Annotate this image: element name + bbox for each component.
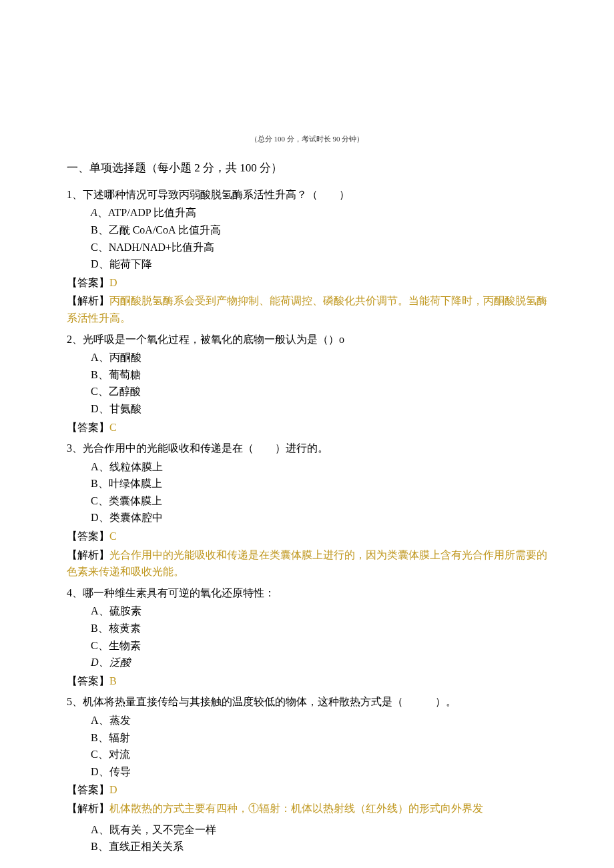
q1-option-b: B、乙酰 CoA/CoA 比值升高 bbox=[91, 222, 547, 239]
section-title: 一、单项选择题（每小题 2 分，共 100 分） bbox=[67, 159, 547, 177]
q5-option-b: B、辐射 bbox=[91, 729, 547, 747]
exam-meta: （总分 100 分，考试时长 90 分钟） bbox=[67, 133, 547, 145]
q1-answer: 【答案】D bbox=[67, 274, 547, 292]
q4-option-d: D、泛酸 bbox=[91, 654, 547, 671]
q3-option-a: A、线粒体膜上 bbox=[91, 458, 547, 476]
q4-answer: 【答案】B bbox=[67, 673, 547, 690]
q3-option-b: B、叶绿体膜上 bbox=[91, 475, 547, 492]
extra-options: A、既有关，又不完全一样 B、直线正相关关系 bbox=[67, 821, 547, 855]
q5-expl-text: 机体散热的方式主要有四种，①辐射：机体以热射线（红外线）的形式向外界发 bbox=[109, 803, 483, 814]
q3-expl-text: 光合作用中的光能吸收和传递是在类囊体膜上进行的，因为类囊体膜上含有光合作用所需要… bbox=[67, 549, 547, 578]
q5-option-d: D、传导 bbox=[91, 763, 547, 781]
q1-optA-text: 、ATP/ADP 比值升高 bbox=[97, 207, 196, 218]
q4-option-b: B、核黄素 bbox=[91, 620, 547, 637]
q3-answer-label: 【答案】 bbox=[67, 530, 109, 542]
q5-stem: 5、机体将热量直接传给与其接触的温度较低的物体，这种散热方式是（ ）。 bbox=[67, 693, 547, 711]
q1-answer-label: 【答案】 bbox=[67, 277, 109, 288]
q2-answer: 【答案】C bbox=[67, 419, 547, 436]
q3-explanation: 【解析】光合作用中的光能吸收和传递是在类囊体膜上进行的，因为类囊体膜上含有光合作… bbox=[67, 546, 547, 580]
q5-answer: 【答案】D bbox=[67, 781, 547, 799]
q1-option-a: A、ATP/ADP 比值升高 bbox=[91, 204, 547, 222]
q5-option-c: C、对流 bbox=[91, 746, 547, 763]
q4-stem: 4、哪一种维生素具有可逆的氧化还原特性： bbox=[67, 584, 547, 602]
q2-option-b: B、葡萄糖 bbox=[91, 366, 547, 384]
q1-optA-prefix: A bbox=[91, 207, 97, 218]
extra-option-a: A、既有关，又不完全一样 bbox=[91, 821, 547, 839]
q2-answer-label: 【答案】 bbox=[67, 422, 109, 433]
q1-answer-value: D bbox=[109, 277, 117, 288]
q5-option-a: A、蒸发 bbox=[91, 712, 547, 729]
q5-expl-label: 【解析】 bbox=[67, 803, 109, 814]
q4-answer-label: 【答案】 bbox=[67, 675, 109, 687]
q4-option-c: C、生物素 bbox=[91, 637, 547, 655]
q1-stem: 1、下述哪种情况可导致丙弱酸脱氢酶系活性升高？（ ） bbox=[67, 186, 547, 203]
q3-expl-label: 【解析】 bbox=[67, 549, 109, 560]
q3-option-d: D、类囊体腔中 bbox=[91, 509, 547, 526]
q1-expl-text: 丙酮酸脱氢酶系会受到产物抑制、能荷调控、磷酸化共价调节。当能荷下降时，丙酮酸脱氢… bbox=[67, 295, 547, 324]
q5-answer-label: 【答案】 bbox=[67, 784, 109, 795]
q2-option-c: C、乙醇酸 bbox=[91, 383, 547, 400]
extra-option-b: B、直线正相关关系 bbox=[91, 838, 547, 855]
q1-option-c: C、NADH/NAD+比值升高 bbox=[91, 239, 547, 256]
q2-option-d: D、甘氨酸 bbox=[91, 400, 547, 418]
q2-stem: 2、光呼吸是一个氧化过程，被氧化的底物一般认为是（）o bbox=[67, 331, 547, 348]
q1-expl-label: 【解析】 bbox=[67, 295, 109, 306]
q3-answer: 【答案】C bbox=[67, 528, 547, 545]
q2-option-a: A、丙酮酸 bbox=[91, 349, 547, 366]
q3-option-c: C、类囊体膜上 bbox=[91, 492, 547, 510]
q5-answer-value: D bbox=[109, 784, 117, 795]
q3-answer-value: C bbox=[109, 530, 117, 542]
q1-option-d: D、能荷下降 bbox=[91, 256, 547, 273]
q4-option-a: A、硫胺素 bbox=[91, 602, 547, 620]
q4-answer-value: B bbox=[109, 675, 117, 687]
q2-answer-value: C bbox=[109, 422, 117, 433]
q1-explanation: 【解析】丙酮酸脱氢酶系会受到产物抑制、能荷调控、磷酸化共价调节。当能荷下降时，丙… bbox=[67, 292, 547, 326]
q3-stem: 3、光合作用中的光能吸收和传递是在（ ）进行的。 bbox=[67, 440, 547, 457]
q5-explanation: 【解析】机体散热的方式主要有四种，①辐射：机体以热射线（红外线）的形式向外界发 bbox=[67, 800, 547, 817]
